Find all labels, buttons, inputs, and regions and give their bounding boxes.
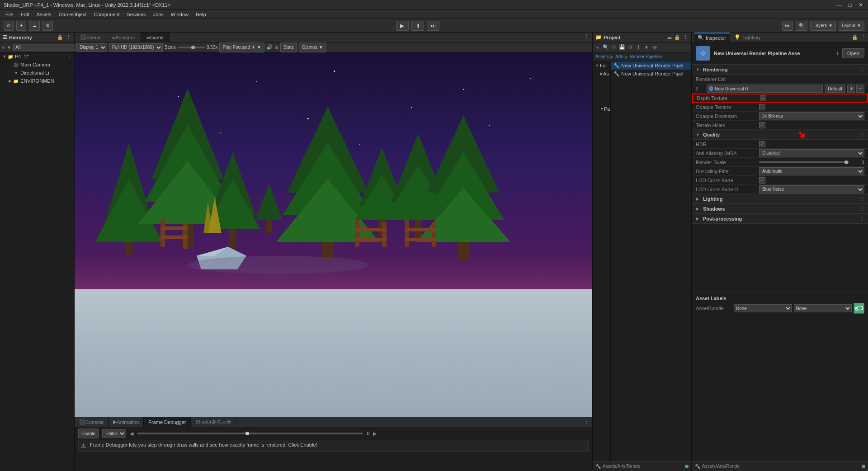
tab-inspector[interactable]: 🔍 Inspector (694, 33, 730, 42)
view-tab-more[interactable]: ⋮ (583, 34, 590, 41)
stats-button[interactable]: Stats (280, 42, 297, 52)
prop-render-scale[interactable]: Render Scale 1 (692, 158, 868, 167)
move-tool[interactable]: ✦ (16, 21, 26, 31)
tree-more-p4[interactable]: ⋮ (66, 53, 72, 60)
prop-lod-crossfade-d[interactable]: LOD Cross Fade D Blue Noise (692, 185, 868, 194)
project-save-icon[interactable]: 💾 (619, 44, 625, 51)
settings-tool[interactable]: ⚙ (42, 21, 53, 31)
maximize-button[interactable]: □ (846, 1, 854, 9)
inspector-info-icon[interactable]: ℹ (837, 51, 839, 57)
hand-tool[interactable]: ⊙ (4, 21, 14, 31)
section-quality[interactable]: ▼ Quality ⋮ (692, 130, 868, 140)
tab-animator[interactable]: ∞ Animator (106, 33, 141, 42)
inspector-lock-icon[interactable]: 🔒 (852, 34, 858, 41)
history-button[interactable]: ⏮ (782, 21, 793, 31)
close-button[interactable]: ✕ (857, 1, 864, 9)
lod-crossfade-d-select[interactable]: Blue Noise (759, 185, 864, 193)
bottom-tab-more[interactable]: ⋮ (583, 419, 590, 425)
menu-gameobject[interactable]: GameObject (55, 10, 90, 19)
gizmos-button[interactable]: Gizmos ▼ (299, 42, 326, 52)
menu-window[interactable]: Window (167, 10, 192, 19)
project-lock-icon[interactable]: 🔒 (674, 34, 680, 41)
breadcrumb-assets[interactable]: Assets (595, 54, 609, 59)
prop-upscaling-filter[interactable]: Upscaling Filter Automatic (692, 167, 868, 176)
section-rendering[interactable]: ▼ Rendering ⋮ (692, 65, 868, 75)
project-search-icon[interactable]: 🔍 (603, 44, 609, 51)
menu-jobs[interactable]: Jobs (150, 10, 167, 19)
tab-console[interactable]: ⬛ Console (75, 417, 108, 427)
frame-track[interactable] (137, 433, 363, 434)
section-shadows[interactable]: ▶ Shadows ⋮ (692, 204, 868, 214)
hierarchy-more-icon[interactable]: ⋮ (65, 34, 71, 41)
postprocessing-dots[interactable]: ⋮ (859, 216, 864, 222)
anti-aliasing-select[interactable]: Disabled (759, 149, 864, 157)
project-refresh-icon[interactable]: ⟳ (611, 44, 617, 51)
renderer-add-btn[interactable]: + (847, 85, 855, 93)
tree-item-maincamera[interactable]: 🎥 Main Camera (0, 61, 74, 69)
tab-animation[interactable]: ▶ Animation (108, 417, 144, 427)
folder-fa[interactable]: ▼ Fa (593, 61, 610, 70)
display-select[interactable]: Display 1 (76, 43, 107, 52)
tab-lighting[interactable]: 💡 Lighting (731, 33, 764, 42)
project-more-icon[interactable]: ⋮ (682, 34, 689, 41)
opaque-texture-checkbox[interactable] (759, 104, 765, 110)
renderer-remove-btn[interactable]: − (856, 85, 864, 93)
prop-terrain-holes[interactable]: Terrain Holes (692, 121, 868, 130)
depth-texture-checkbox[interactable] (760, 95, 766, 101)
render-scale-slider[interactable]: 1 (759, 160, 864, 165)
menu-services[interactable]: Services (123, 10, 149, 19)
tab-shader[interactable]: Shader参考大全 (191, 417, 236, 427)
editor-select[interactable]: Editor (102, 429, 126, 438)
shadows-dots[interactable]: ⋮ (859, 206, 864, 212)
step-button[interactable]: ⏭ (427, 21, 439, 31)
menu-edit[interactable]: Edit (17, 10, 33, 19)
minimize-button[interactable]: — (835, 1, 843, 9)
breadcrumb-arts[interactable]: Arts (615, 54, 623, 59)
prop-depth-texture[interactable]: Depth Texture (692, 94, 868, 103)
menu-help[interactable]: Help (192, 10, 210, 19)
audio-icon[interactable]: 🔊 (266, 44, 273, 50)
hdr-checkbox[interactable] (759, 141, 765, 147)
hierarchy-add-icon[interactable]: + (2, 44, 5, 51)
lod-crossfade-checkbox[interactable] (759, 177, 765, 184)
tree-item-environment[interactable]: ▶ 📁 ENVIRONMEN (0, 77, 74, 85)
section-postprocessing[interactable]: ▶ Post-processing ⋮ (692, 214, 868, 224)
hierarchy-down-icon[interactable]: ▼ (6, 44, 11, 51)
layers-button[interactable]: Layers ▼ (810, 21, 836, 31)
asset-bundle-select-2[interactable]: None (794, 304, 852, 312)
breadcrumb-renderpipeline[interactable]: Render Pipeline (630, 54, 662, 59)
prop-opaque-texture[interactable]: Opaque Texture (692, 103, 868, 112)
cloud-tool[interactable]: ☁ (29, 21, 40, 31)
prop-lod-crossfade[interactable]: LOD Cross Fade (692, 176, 868, 185)
inspector-more-icon[interactable]: ⋮ (860, 34, 866, 41)
project-add-icon[interactable]: + (594, 44, 601, 51)
resolution-select[interactable]: Full HD (1920x1080) (109, 43, 163, 52)
prop-hdr[interactable]: HDR (692, 140, 868, 149)
menu-assets[interactable]: Assets (33, 10, 55, 19)
layout-button[interactable]: Layout ▼ (839, 21, 864, 31)
frame-arrow-left[interactable]: ◀ (130, 431, 133, 437)
section-lighting[interactable]: ▶ Lighting ⋮ (692, 194, 868, 204)
project-info-icon[interactable]: ℹ (635, 44, 642, 51)
file-urp-2[interactable]: 🔧 New Universal Render Pipel (611, 70, 691, 78)
menu-file[interactable]: File (2, 10, 17, 19)
terrain-holes-checkbox[interactable] (759, 122, 765, 128)
upscaling-filter-select[interactable]: Automatic (759, 167, 864, 175)
display-icon[interactable]: ⊞ (274, 44, 278, 50)
folder-pa[interactable]: ▼ Pa (593, 105, 610, 113)
file-urp-1[interactable]: 🔧 New Universal Render Pipel (611, 61, 691, 70)
project-star-icon[interactable]: ★ (643, 44, 650, 51)
prop-anti-aliasing[interactable]: Anti Aliasing (MSA Disabled (692, 149, 868, 158)
frame-arrow-right[interactable]: ▶ (373, 431, 377, 437)
project-eye-icon[interactable]: 👁 (651, 44, 658, 51)
tab-framedebugger[interactable]: Frame Debugger (144, 417, 191, 427)
tree-item-directional[interactable]: ☀ Directional Li (0, 69, 74, 77)
tree-item-p4[interactable]: ▼ 📁 P4_1* ⋮ (0, 52, 74, 61)
project-cloud-icon[interactable]: ☁ (666, 34, 672, 41)
project-settings-icon[interactable]: ⚙ (627, 44, 633, 51)
folder-as[interactable]: ▶ As (593, 70, 610, 78)
asset-bundle-select-1[interactable]: None (734, 304, 792, 312)
prop-opaque-downsamp[interactable]: Opaque Downsam 2x Bilinear (692, 112, 868, 121)
hierarchy-lock-icon[interactable]: 🔒 (57, 34, 63, 41)
scale-track[interactable] (178, 47, 205, 48)
